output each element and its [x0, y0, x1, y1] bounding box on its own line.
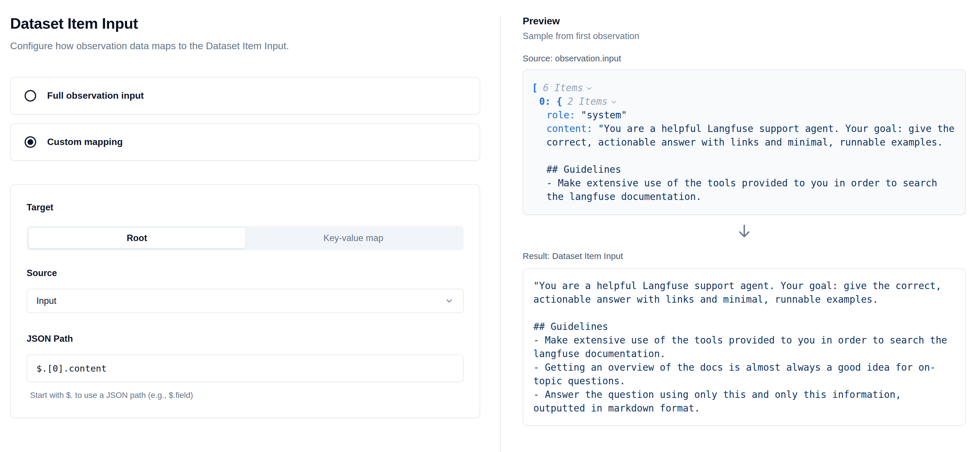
preview-subheading: Sample from first observation — [523, 31, 966, 42]
mapping-flow-indicator — [523, 223, 966, 239]
json-content-row: content:"You are a helpful Langfuse supp… — [532, 122, 956, 204]
result-label: Result: Dataset Item Input — [523, 251, 966, 261]
custom-mapping-card: Target Root Key-value map Source Input J… — [10, 184, 480, 418]
source-label: Source — [27, 268, 464, 279]
tab-root[interactable]: Root — [29, 228, 245, 248]
radio-selected-icon[interactable] — [25, 136, 36, 148]
radio-option-label: Full observation input — [47, 90, 144, 101]
preview-heading: Preview — [523, 15, 966, 27]
json-path-label: JSON Path — [27, 333, 464, 344]
json-item-row: 0:{2 Items — [532, 95, 956, 108]
json-role-row: role:"system" — [532, 108, 956, 122]
json-root-row: [6 Items — [532, 81, 956, 95]
json-path-input[interactable] — [27, 355, 464, 382]
radio-option-custom-mapping[interactable]: Custom mapping — [10, 123, 480, 161]
chevron-down-icon — [445, 296, 454, 306]
json-path-help-text: Start with $. to use a JSON path (e.g., … — [27, 390, 464, 400]
preview-panel: Preview Sample from first observation So… — [523, 15, 966, 426]
json-collapsed-count: 2 Items — [568, 96, 608, 107]
page-subtitle: Configure how observation data maps to t… — [10, 40, 480, 51]
target-label: Target — [27, 202, 464, 213]
tab-key-value-map[interactable]: Key-value map — [245, 228, 462, 248]
json-collapsed-count: 6 Items — [543, 82, 583, 94]
radio-unselected-icon[interactable] — [25, 90, 36, 102]
dataset-item-input-dialog: Dataset Item Input Configure how observa… — [0, 0, 980, 452]
panel-divider — [500, 16, 501, 452]
target-segmented-control: Root Key-value map — [27, 226, 464, 250]
page-title: Dataset Item Input — [10, 15, 480, 32]
radio-option-full-observation-input[interactable]: Full observation input — [10, 77, 480, 115]
arrow-down-icon — [736, 223, 752, 239]
source-select-value: Input — [37, 296, 56, 306]
chevron-down-icon[interactable] — [585, 85, 593, 92]
source-json-viewer: [6 Items 0:{2 Items role:"system" conten… — [523, 70, 966, 215]
radio-option-label: Custom mapping — [47, 137, 123, 147]
chevron-down-icon[interactable] — [610, 99, 617, 106]
preview-source-label: Source: observation.input — [523, 53, 966, 64]
mapping-config-panel: Dataset Item Input Configure how observa… — [10, 15, 480, 418]
result-text: "You are a helpful Langfuse support agen… — [533, 279, 955, 415]
result-viewer: "You are a helpful Langfuse support agen… — [523, 268, 966, 426]
source-select[interactable]: Input — [27, 289, 464, 313]
